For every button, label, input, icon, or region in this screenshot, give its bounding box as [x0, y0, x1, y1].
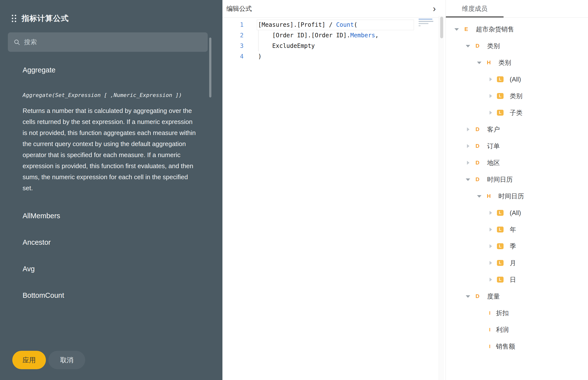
function-item[interactable]: AggregateAggregate(Set_Expression [ ,Num… — [23, 66, 200, 194]
member-tree: E超市杂货销售D类别H类别L(All)L类别L子类D客户D订单D地区D时间日历H… — [446, 18, 588, 355]
caret-right-icon[interactable] — [466, 144, 470, 149]
tab-label: 维度成员 — [462, 4, 488, 13]
tree-label: 销售额 — [496, 342, 515, 351]
code-line[interactable]: ) — [257, 51, 414, 62]
member-type-icon: L — [497, 76, 504, 82]
member-type-icon: L — [497, 93, 504, 99]
caret-down-icon[interactable] — [454, 27, 459, 32]
line-number: 2 — [222, 30, 244, 41]
editor-scrollbar[interactable] — [439, 16, 444, 380]
member-type-icon: I — [488, 310, 492, 316]
tree-label: 年 — [510, 225, 516, 234]
tree-row[interactable]: D类别 — [446, 38, 588, 54]
code-lines[interactable]: [Measures].[Profit] / Count( [Order ID].… — [257, 20, 414, 380]
member-type-icon: D — [474, 176, 481, 183]
tree-row[interactable]: D度量 — [446, 288, 588, 305]
function-item[interactable]: AllMembers — [23, 211, 200, 220]
tree-label: 类别 — [487, 42, 500, 50]
function-item[interactable]: BottomCount — [23, 291, 200, 300]
tree-row[interactable]: D地区 — [446, 154, 588, 171]
member-type-icon: D — [474, 126, 481, 133]
members-header: 维度成员 — [446, 0, 588, 18]
tree-row[interactable]: L类别 — [446, 88, 588, 104]
tree-label: (All) — [510, 209, 521, 217]
member-type-icon: L — [497, 243, 504, 249]
tab-dimension-members[interactable]: 维度成员 — [446, 0, 504, 18]
tree-row[interactable]: L(All) — [446, 71, 588, 88]
scrollbar-thumb[interactable] — [209, 38, 211, 97]
cancel-button[interactable]: 取消 — [48, 351, 85, 369]
caret-right-icon[interactable] — [488, 277, 493, 282]
member-type-icon: L — [497, 277, 504, 283]
code-line[interactable]: ExcludeEmpty — [257, 41, 414, 51]
editor-header: 编辑公式 › — [222, 0, 446, 18]
panel-header: 指标计算公式 — [0, 0, 222, 24]
tree-row[interactable]: H类别 — [446, 54, 588, 71]
tree-row[interactable]: D客户 — [446, 121, 588, 138]
caret-down-icon[interactable] — [466, 177, 470, 182]
code-line[interactable]: [Order ID].[Order ID].Members, — [257, 30, 414, 41]
function-name[interactable]: Avg — [23, 264, 200, 273]
caret-down-icon[interactable] — [477, 60, 482, 65]
tree-label: 子类 — [510, 109, 522, 117]
tree-row[interactable]: D时间日历 — [446, 171, 588, 188]
function-name[interactable]: BottomCount — [23, 291, 200, 300]
caret-right-icon[interactable] — [488, 77, 493, 82]
caret-right-icon[interactable] — [488, 244, 493, 249]
caret-right-icon[interactable] — [488, 94, 493, 98]
code-token: ) — [258, 53, 262, 60]
caret-down-icon[interactable] — [466, 43, 470, 48]
search-input[interactable] — [24, 38, 202, 46]
panel-title: 指标计算公式 — [22, 13, 69, 24]
search-box[interactable] — [8, 32, 208, 52]
tree-row[interactable]: H时间日历 — [446, 188, 588, 205]
tree-row[interactable]: L(All) — [446, 205, 588, 221]
tree-row[interactable]: L月 — [446, 255, 588, 271]
caret-right-icon[interactable] — [488, 110, 493, 115]
tree-label: 地区 — [487, 159, 500, 167]
formula-editor-panel: 编辑公式 › 1234 [Measures].[Profit] / Count(… — [222, 0, 446, 380]
tree-row[interactable]: E超市杂货销售 — [446, 21, 588, 38]
caret-right-icon[interactable] — [488, 261, 493, 265]
tree-row[interactable]: I销售额 — [446, 338, 588, 355]
function-item[interactable]: Ancestor — [23, 238, 200, 247]
caret-right-icon[interactable] — [488, 227, 493, 232]
minimap-line — [418, 23, 428, 24]
caret-right-icon[interactable] — [488, 210, 493, 215]
member-type-icon: L — [497, 210, 504, 216]
tree-row[interactable]: D订单 — [446, 138, 588, 154]
code-editor[interactable]: 1234 [Measures].[Profit] / Count( [Order… — [222, 18, 446, 380]
function-name[interactable]: Aggregate — [23, 66, 200, 74]
function-item[interactable]: Avg — [23, 264, 200, 273]
tree-row[interactable]: L日 — [446, 271, 588, 288]
code-token: ExcludeEmpty — [258, 42, 315, 49]
chevron-right-icon[interactable]: › — [433, 4, 436, 13]
tree-row[interactable]: I利润 — [446, 321, 588, 338]
tree-row[interactable]: L子类 — [446, 104, 588, 121]
caret-down-icon[interactable] — [477, 194, 482, 199]
minimap[interactable] — [418, 19, 435, 27]
caret-down-icon[interactable] — [466, 294, 470, 299]
tree-label: 订单 — [487, 142, 500, 151]
member-type-icon: E — [463, 26, 470, 32]
code-token: [Measures].[Profit] / — [258, 21, 336, 28]
tree-label: 日 — [510, 275, 516, 284]
code-line[interactable]: [Measures].[Profit] / Count( — [257, 20, 414, 30]
function-name[interactable]: AllMembers — [23, 211, 200, 220]
apply-button[interactable]: 应用 — [12, 351, 46, 369]
function-name[interactable]: Ancestor — [23, 238, 200, 247]
line-number: 4 — [222, 51, 244, 62]
member-type-icon: D — [474, 160, 481, 166]
tree-row[interactable]: L季 — [446, 238, 588, 255]
caret-right-icon[interactable] — [466, 127, 470, 132]
caret-right-icon[interactable] — [466, 160, 470, 165]
member-type-icon: L — [497, 260, 504, 266]
member-type-icon: L — [497, 110, 504, 116]
line-numbers: 1234 — [222, 20, 257, 380]
tree-label: 时间日历 — [487, 175, 513, 184]
tree-row[interactable]: I折扣 — [446, 305, 588, 321]
tree-row[interactable]: L年 — [446, 221, 588, 238]
dimension-members-panel: 维度成员 E超市杂货销售D类别H类别L(All)L类别L子类D客户D订单D地区D… — [446, 0, 588, 380]
member-type-icon: D — [474, 293, 481, 300]
editor-scrollbar-thumb[interactable] — [440, 17, 443, 38]
